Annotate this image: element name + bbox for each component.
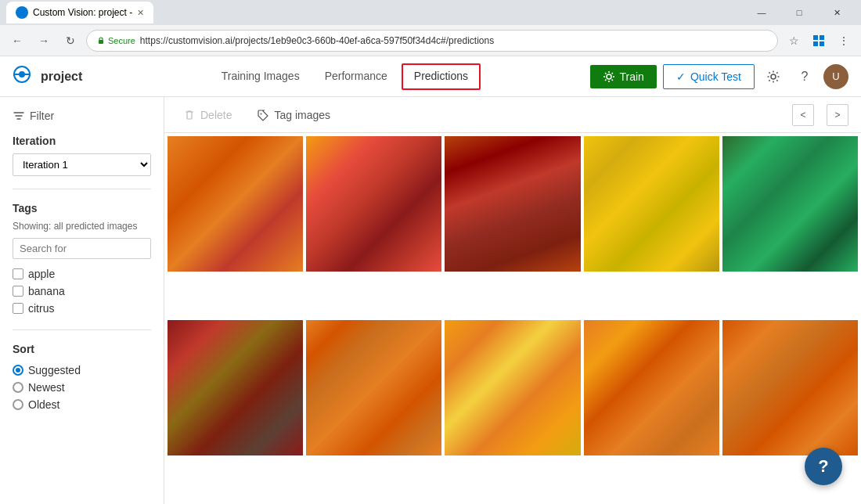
svg-rect-1 [813, 35, 818, 40]
quick-test-button[interactable]: ✓ Quick Test [663, 64, 755, 89]
close-button[interactable]: ✕ [819, 0, 855, 25]
image-tile-2[interactable] [306, 136, 441, 272]
url-text: https://customvision.ai/projects/1eb9e0c… [140, 35, 494, 46]
train-button[interactable]: Train [590, 65, 657, 88]
svg-point-6 [19, 71, 25, 77]
windows-button[interactable] [808, 30, 830, 52]
tag-item-banana[interactable]: banana [13, 283, 151, 300]
image-tile-1[interactable] [168, 136, 303, 272]
svg-point-10 [771, 74, 776, 79]
help-icon: ? [802, 70, 809, 84]
address-bar[interactable]: Secure https://customvision.ai/projects/… [86, 30, 778, 52]
tab-favicon [16, 6, 28, 19]
sort-newest[interactable]: Newest [13, 379, 151, 396]
image-tile-5[interactable] [722, 136, 858, 272]
browser-titlebar: Custom Vision: project - ✕ — □ ✕ [0, 0, 861, 25]
sort-title: Sort [13, 343, 151, 355]
tag-search-input[interactable] [13, 238, 151, 259]
browser-tab[interactable]: Custom Vision: project - ✕ [6, 2, 153, 23]
radio-newest[interactable] [13, 382, 23, 393]
maximize-button[interactable]: □ [781, 0, 817, 25]
sidebar-divider-2 [13, 329, 151, 330]
app-nav: Training Images Performance Predictions [110, 63, 580, 90]
tag-images-button[interactable]: Tag images [250, 106, 337, 124]
sidebar-divider-1 [13, 189, 151, 189]
svg-rect-0 [99, 40, 103, 44]
tags-subtitle: Showing: all predicted images [13, 221, 151, 232]
help-button[interactable]: ? [792, 64, 817, 89]
tag-checkbox-apple[interactable] [13, 268, 23, 279]
trash-icon [183, 109, 196, 121]
gear-icon [603, 70, 615, 83]
browser-toolbar-actions: ☆ ⋮ [783, 30, 855, 52]
delete-button[interactable]: Delete [177, 106, 238, 124]
svg-rect-2 [820, 35, 824, 40]
avatar[interactable]: U [823, 64, 848, 89]
filter-icon [13, 110, 25, 122]
bookmark-button[interactable]: ☆ [783, 30, 805, 52]
nav-performance[interactable]: Performance [314, 63, 398, 90]
app-title: project [41, 70, 82, 84]
app-header-actions: Train ✓ Quick Test ? U [590, 64, 849, 89]
image-tile-8[interactable] [445, 320, 580, 455]
tab-title: Custom Vision: project - [33, 7, 132, 18]
image-tile-3[interactable] [445, 136, 580, 272]
tag-checkbox-citrus[interactable] [13, 303, 23, 314]
nav-training-images[interactable]: Training Images [211, 63, 311, 90]
tag-checkbox-banana[interactable] [13, 286, 23, 297]
radio-suggested[interactable] [13, 365, 23, 376]
svg-point-9 [607, 74, 611, 79]
settings-button[interactable] [761, 64, 786, 89]
minimize-button[interactable]: — [744, 0, 780, 25]
window-controls: — □ ✕ [744, 0, 855, 25]
iteration-title: Iteration [13, 135, 151, 147]
content-area: Delete Tag images < > [164, 97, 861, 504]
image-tile-6[interactable] [168, 320, 303, 455]
tag-item-citrus[interactable]: citrus [13, 300, 151, 317]
help-fab-button[interactable]: ? [805, 448, 842, 485]
image-grid [164, 133, 861, 504]
sort-suggested[interactable]: Suggested [13, 362, 151, 379]
next-page-button[interactable]: > [827, 104, 848, 126]
nav-predictions[interactable]: Predictions [402, 63, 481, 90]
tab-close-button[interactable]: ✕ [137, 8, 144, 18]
filter-section[interactable]: Filter [13, 110, 151, 122]
image-tile-4[interactable] [584, 136, 719, 272]
browser-toolbar: ← → ↻ Secure https://customvision.ai/pro… [0, 25, 861, 56]
svg-rect-4 [820, 41, 824, 46]
svg-point-11 [261, 113, 262, 114]
image-tile-9[interactable] [584, 320, 719, 455]
sort-oldest[interactable]: Oldest [13, 396, 151, 413]
svg-rect-3 [813, 41, 818, 46]
menu-button[interactable]: ⋮ [833, 30, 855, 52]
prev-page-button[interactable]: < [792, 104, 814, 126]
tag-item-apple[interactable]: apple [13, 265, 151, 283]
content-toolbar: Delete Tag images < > [164, 97, 861, 133]
app-header: project Training Images Performance Pred… [0, 56, 861, 97]
main-content: Filter Iteration Iteration 1 Iteration 2… [0, 97, 861, 504]
image-tile-7[interactable] [306, 320, 441, 455]
sidebar: Filter Iteration Iteration 1 Iteration 2… [0, 97, 164, 504]
check-icon: ✓ [676, 70, 686, 83]
back-button[interactable]: ← [6, 30, 28, 52]
tags-title: Tags [13, 202, 151, 214]
radio-oldest[interactable] [13, 399, 23, 410]
settings-icon [766, 70, 780, 84]
iteration-select[interactable]: Iteration 1 Iteration 2 Iteration 3 [13, 153, 151, 176]
refresh-button[interactable]: ↻ [59, 30, 81, 52]
tag-icon [257, 109, 269, 121]
image-tile-10[interactable] [722, 320, 858, 455]
app-container: project Training Images Performance Pred… [0, 56, 861, 504]
forward-button[interactable]: → [33, 30, 55, 52]
secure-badge: Secure [96, 36, 135, 45]
app-logo-icon [13, 65, 31, 88]
